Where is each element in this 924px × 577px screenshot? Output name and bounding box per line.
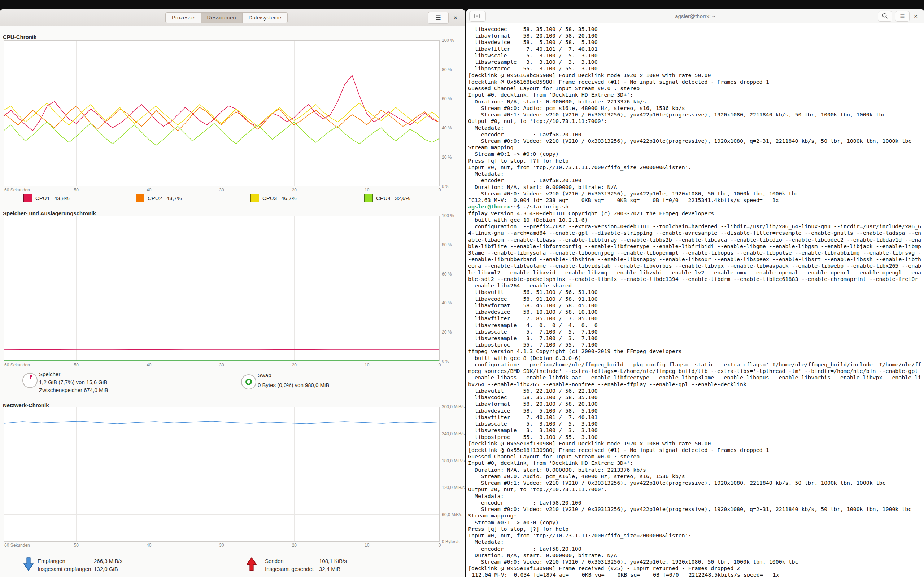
- terminal-menu-button[interactable]: ☰: [895, 11, 909, 22]
- menu-button[interactable]: ☰: [428, 12, 449, 23]
- cpu-x-axis-labels: 60 Sekunden50403020100: [3, 187, 439, 193]
- cpu-chart: 100 %80 %60 %40 %20 %0 % 60 Sekunden5040…: [3, 40, 439, 187]
- new-tab-button[interactable]: [469, 11, 486, 22]
- cpu3-legend: CPU3 46,7%: [250, 193, 297, 202]
- cpu1-legend: CPU1 43,8%: [23, 193, 69, 202]
- cpu1-value: 43,8%: [54, 195, 69, 201]
- memory-label: Speicher: [39, 371, 60, 377]
- network-history-graph: [3, 407, 439, 542]
- cpu4-value: 32,6%: [395, 195, 410, 201]
- system-monitor-window: Prozesse Ressourcen Dateisysteme ☰ ✕ CPU…: [0, 10, 465, 577]
- cpu2-legend: CPU2 43,7%: [136, 193, 182, 202]
- memory-usage-text: 1,2 GiB (7,7%) von 15,6 GiB: [39, 379, 107, 385]
- search-button[interactable]: [878, 11, 892, 22]
- cpu4-label: CPU4: [376, 195, 391, 201]
- tab-prozesse[interactable]: Prozesse: [165, 12, 201, 23]
- monitor-tabs: Prozesse Ressourcen Dateisysteme: [165, 12, 288, 23]
- network-chart: 300,0 MiB/s240,0 MiB/s180,0 MiB/s120,0 M…: [3, 407, 439, 542]
- memory-x-axis-labels: 60 Sekunden50403020100: [3, 363, 439, 368]
- hamburger-icon: ☰: [435, 15, 441, 21]
- send-label: Senden: [265, 558, 284, 564]
- send-total-label: Insgesamt gesendet: [265, 566, 313, 572]
- memory-chart: 100 %80 %60 %40 %20 %0 % 60 Sekunden5040…: [3, 216, 439, 361]
- desktop: Prozesse Ressourcen Dateisysteme ☰ ✕ CPU…: [0, 0, 924, 577]
- cpu3-value: 46,7%: [281, 195, 297, 201]
- download-arrow-icon: [23, 557, 34, 573]
- terminal-window: agsler@thorrx: ~ ☰ ✕ libavcodec 58. 35.1…: [466, 10, 924, 577]
- new-tab-icon: [474, 15, 481, 20]
- cpu1-color-swatch: [23, 193, 32, 202]
- terminal-close-button[interactable]: ✕: [912, 12, 920, 20]
- cpu2-value: 43,7%: [166, 195, 182, 201]
- terminal-title: agsler@thorrx: ~: [466, 10, 924, 23]
- cpu3-label: CPU3: [262, 195, 277, 201]
- cpu4-legend: CPU4 32,6%: [364, 193, 410, 202]
- cpu-history-graph: [3, 40, 439, 187]
- tab-dateisysteme[interactable]: Dateisysteme: [242, 12, 288, 23]
- swap-pie-icon: [241, 374, 256, 390]
- cpu4-color-swatch: [364, 193, 373, 202]
- terminal-cursor: [468, 572, 472, 577]
- cpu2-label: CPU2: [148, 195, 162, 201]
- receive-total-label: Insgesamt empfangen: [37, 566, 91, 572]
- memory-pie-icon: [23, 373, 37, 388]
- search-icon: [882, 15, 888, 20]
- cpu3-color-swatch: [250, 193, 259, 202]
- hamburger-icon: ☰: [900, 13, 905, 19]
- receive-rate-value: 266,3 MiB/s: [94, 558, 122, 564]
- cpu1-label: CPU1: [36, 195, 50, 201]
- close-button[interactable]: ✕: [451, 14, 460, 23]
- swap-label: Swap: [258, 372, 271, 378]
- terminal-headerbar: agsler@thorrx: ~ ☰ ✕: [466, 10, 924, 23]
- network-x-axis-labels: 60 Sekunden50403020100: [3, 543, 439, 548]
- upload-arrow-icon: [246, 557, 257, 573]
- memory-cache-text: Zwischenspeicher 674,0 MiB: [39, 387, 108, 393]
- cpu2-color-swatch: [136, 193, 144, 202]
- monitor-headerbar: Prozesse Ressourcen Dateisysteme ☰ ✕: [0, 10, 465, 26]
- memory-history-graph: [3, 216, 439, 361]
- tab-ressourcen[interactable]: Ressourcen: [201, 12, 242, 23]
- swap-usage-text: 0 Bytes (0,0%) von 980,0 MiB: [258, 382, 329, 388]
- send-total-value: 32,4 MiB: [319, 566, 340, 572]
- receive-total-value: 132,0 GiB: [94, 566, 118, 572]
- send-rate-value: 108,1 KiB/s: [319, 558, 347, 564]
- terminal-screen[interactable]: libavcodec 58. 35.100 / 58. 35.100 libav…: [466, 23, 924, 577]
- receive-label: Empfangen: [37, 558, 65, 564]
- cpu-section-title: CPU-Chronik: [3, 34, 36, 40]
